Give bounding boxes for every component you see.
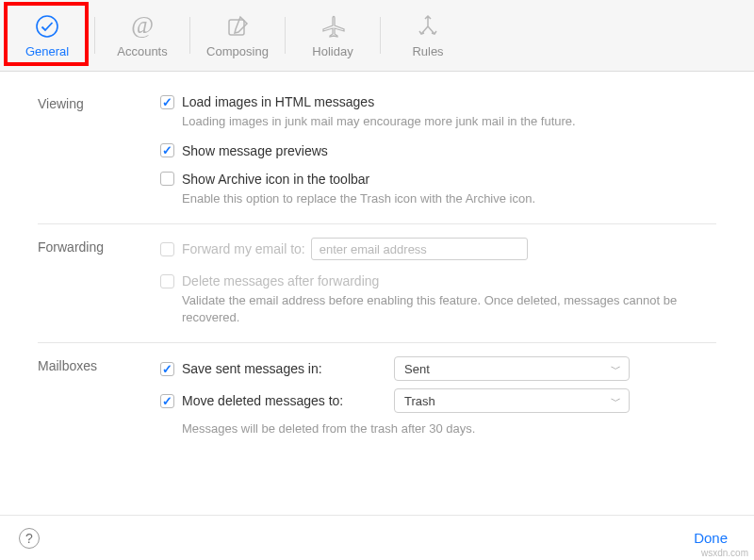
- option-hint: Enable this option to replace the Trash …: [182, 190, 716, 207]
- tab-label: Holiday: [312, 44, 352, 58]
- chevron-down-icon: ﹀: [611, 362, 621, 376]
- checkbox-move-deleted[interactable]: [160, 394, 174, 408]
- tab-label: Accounts: [117, 44, 167, 58]
- checkbox-show-archive[interactable]: [160, 172, 174, 186]
- option-label: Forward my email to:: [182, 241, 305, 256]
- select-value: Sent: [404, 362, 430, 376]
- tab-rules[interactable]: Rules: [381, 0, 475, 71]
- checkmark-circle-icon: [34, 12, 60, 41]
- chevron-down-icon: ﹀: [611, 394, 621, 408]
- checkbox-show-previews[interactable]: [160, 143, 174, 157]
- option-label: Save sent messages in:: [182, 361, 322, 376]
- svg-text:@: @: [131, 12, 154, 39]
- checkbox-save-sent[interactable]: [160, 362, 174, 376]
- section-viewing: Viewing Load images in HTML messages Loa…: [38, 81, 716, 224]
- checkbox-load-images[interactable]: [160, 95, 174, 109]
- watermark-text: wsxdn.com: [701, 548, 748, 558]
- option-label: Load images in HTML messages: [182, 94, 374, 109]
- select-save-sent[interactable]: Sent ﹀: [394, 356, 630, 381]
- checkbox-delete-after-forward[interactable]: [160, 274, 174, 288]
- arrows-split-icon: [415, 12, 441, 41]
- select-move-deleted[interactable]: Trash ﹀: [394, 388, 630, 413]
- tab-composing[interactable]: Composing: [190, 0, 285, 71]
- select-value: Trash: [404, 394, 435, 408]
- checkbox-forward-email[interactable]: [160, 242, 174, 256]
- svg-point-0: [37, 16, 57, 37]
- section-title: Forwarding: [38, 238, 160, 325]
- tab-holiday[interactable]: Holiday: [286, 0, 380, 71]
- section-forwarding: Forwarding Forward my email to: Delete m…: [38, 224, 716, 343]
- option-hint: Messages will be deleted from the trash …: [182, 420, 716, 437]
- option-label: Show Archive icon in the toolbar: [182, 172, 369, 187]
- option-label: Delete messages after forwarding: [182, 273, 379, 288]
- tab-accounts[interactable]: @ Accounts: [95, 0, 189, 71]
- at-sign-icon: @: [128, 12, 156, 41]
- preferences-toolbar: General @ Accounts Composing Holiday Rul…: [0, 0, 754, 72]
- option-label: Show message previews: [182, 143, 328, 158]
- option-hint: Validate the email address before enabli…: [182, 292, 716, 325]
- section-title: Mailboxes: [38, 356, 160, 437]
- tab-label: General: [25, 44, 69, 58]
- section-title: Viewing: [38, 94, 160, 206]
- footer-bar: ? Done: [0, 515, 754, 560]
- tab-label: Rules: [412, 44, 443, 58]
- done-button[interactable]: Done: [686, 526, 735, 550]
- question-mark-icon: ?: [25, 531, 33, 546]
- done-label: Done: [694, 530, 728, 546]
- compose-icon: [224, 12, 251, 41]
- forward-email-input[interactable]: [311, 238, 528, 260]
- airplane-icon: [320, 12, 346, 41]
- tab-general[interactable]: General: [0, 0, 94, 71]
- preferences-content: Viewing Load images in HTML messages Loa…: [0, 72, 754, 454]
- tab-label: Composing: [206, 44, 269, 58]
- option-label: Move deleted messages to:: [182, 393, 343, 408]
- help-button[interactable]: ?: [19, 528, 40, 549]
- section-mailboxes: Mailboxes Save sent messages in: Sent ﹀ …: [38, 343, 716, 454]
- option-hint: Loading images in junk mail may encourag…: [182, 113, 716, 130]
